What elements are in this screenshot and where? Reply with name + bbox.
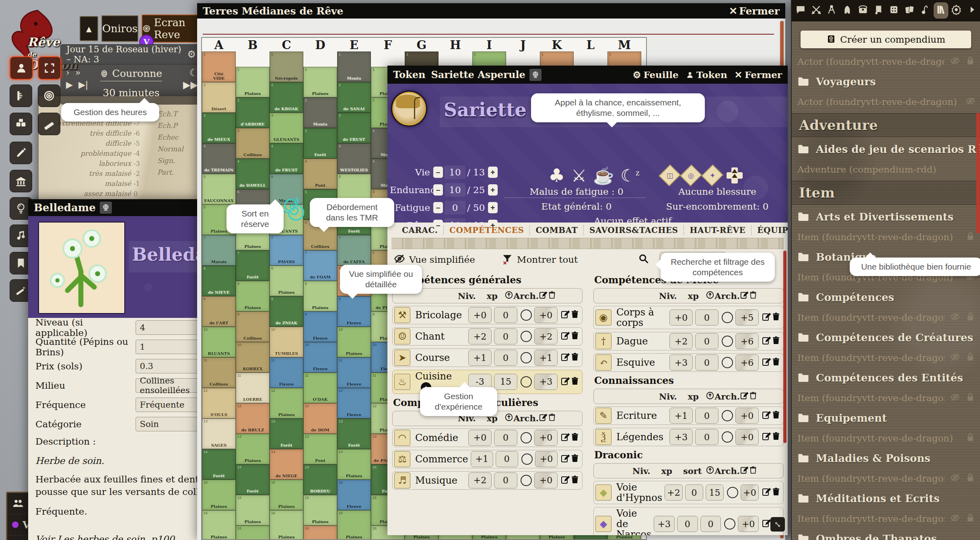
skill-niv[interactable]: +1: [669, 408, 693, 424]
tmr-cell[interactable]: 12S'OULS: [202, 388, 236, 418]
tmr-cell[interactable]: 3de MIEUX: [202, 113, 236, 143]
stat-max[interactable]: 13: [470, 167, 488, 177]
tmr-cell[interactable]: 1Plaines: [236, 67, 270, 97]
tmr-cell[interactable]: 11Collines: [202, 357, 236, 388]
field-input[interactable]: 1: [136, 340, 200, 354]
tmr-cell[interactable]: 8Plaines: [236, 281, 270, 311]
sidebar-tab-combat[interactable]: [809, 3, 823, 18]
edit-icon[interactable]: [762, 312, 771, 323]
encaissement-icon[interactable]: ⚔: [571, 166, 587, 185]
stat-max[interactable]: 50: [470, 202, 488, 213]
skill-arch[interactable]: +0: [534, 472, 558, 488]
edit-icon[interactable]: [539, 413, 548, 424]
skill-row[interactable]: ⚖Commerce+10+0: [392, 450, 583, 468]
skill-radio[interactable]: [722, 431, 733, 443]
tmr-cell[interactable]: 10BLUANTS: [202, 327, 236, 357]
tmr-cell[interactable]: 2de KROAK: [270, 82, 303, 113]
tmr-cell[interactable]: 4de FRUST: [270, 143, 303, 174]
tmr-cell[interactable]: 11O'DAK: [303, 373, 337, 403]
tmr-cell[interactable]: 15Plaines: [236, 495, 270, 526]
tmr-cell[interactable]: 4Pont: [303, 159, 337, 189]
compendium-entry[interactable]: Adventure (compendium-rdd): [792, 159, 980, 179]
sidebar-tab-items[interactable]: [856, 3, 870, 18]
tmr-cell[interactable]: 4de TREMAIN: [202, 143, 236, 174]
tmr-cell[interactable]: 11Fleuve: [337, 357, 371, 388]
trash-icon[interactable]: [570, 475, 580, 486]
tmr-cell[interactable]: 3de FRUST: [337, 113, 371, 143]
time-step-buttons[interactable]: › »▶ ▶|: [66, 67, 88, 91]
sheet-config-button[interactable]: ⚙Feuille: [633, 69, 679, 80]
skill-xp[interactable]: 0: [695, 309, 719, 326]
tab-savoirs&taches[interactable]: SAVOIRS&TACHES: [584, 225, 684, 235]
filter-icon[interactable]: [502, 253, 513, 266]
tmr-cell[interactable]: 9de l'ART: [202, 296, 236, 327]
trash-icon[interactable]: [749, 391, 758, 402]
skill-arch[interactable]: +0: [535, 451, 558, 467]
archive-icon[interactable]: [706, 291, 714, 301]
sidebar-tab-chat[interactable]: [794, 3, 807, 18]
sheet-token-button[interactable]: Token: [686, 69, 727, 80]
skill-xp[interactable]: 0: [494, 472, 517, 488]
tmr-cell[interactable]: 7Marais: [202, 235, 236, 266]
montrer-tout-toggle[interactable]: Montrer tout: [517, 254, 578, 265]
skill-row[interactable]: ◆Voie d'Hypnos+2015+0: [593, 481, 784, 504]
tmr-cell[interactable]: 7de FOAM: [303, 250, 337, 281]
tmr-cell[interactable]: 12de DOM: [303, 403, 337, 434]
trash-icon[interactable]: [771, 336, 781, 347]
tmr-cell[interactable]: 15Plaines: [270, 480, 303, 510]
compendium-entry[interactable]: Item (foundryvtt-reve-de-dragon): [792, 509, 980, 528]
tmr-cell[interactable]: 3Forêt: [303, 128, 337, 159]
eye-slash-icon[interactable]: [960, 96, 975, 107]
compendium-entry[interactable]: Actor (foundryvtt-reve-de-dragon): [792, 52, 980, 71]
edit-icon[interactable]: [762, 431, 771, 443]
tab--quipement[interactable]: ÉQUIPEMENT: [751, 225, 788, 235]
trash-icon[interactable]: [771, 410, 781, 421]
skill-row[interactable]: ➤Course+10+1: [392, 348, 583, 367]
tmr-cell[interactable]: 11Fleuve: [270, 357, 303, 388]
skill-arch[interactable]: +0: [534, 430, 558, 446]
tmr-cell[interactable]: 4WESTOLIES: [337, 143, 371, 174]
skill-niv[interactable]: +3: [654, 516, 675, 532]
skill-xp[interactable]: 0: [695, 429, 719, 445]
trash-icon[interactable]: [548, 291, 556, 301]
compendium-entry[interactable]: Item (foundryvtt-reve-de-dragon): [792, 388, 980, 408]
edit-icon[interactable]: [560, 376, 570, 387]
tab-comp-tences[interactable]: COMPÉTENCES: [444, 225, 530, 235]
skill-niv[interactable]: +0: [468, 430, 492, 446]
trash-icon[interactable]: [548, 413, 556, 424]
tmr-cell[interactable]: 14Plaines: [337, 449, 371, 480]
tmr-cell[interactable]: 2de SANAI: [337, 82, 371, 113]
trash-icon[interactable]: [749, 466, 758, 476]
sidebar-tab-tables[interactable]: [887, 3, 901, 18]
belledame-item-window[interactable]: Belledame Belledame Niveau (si applicabl…: [28, 199, 200, 540]
field-input[interactable]: 4: [136, 320, 200, 335]
tmr-cell[interactable]: 11LOERRE: [236, 373, 270, 403]
tmr-cell[interactable]: 12de BRULZ: [236, 403, 270, 434]
edit-icon[interactable]: [560, 475, 570, 486]
eye-slash-icon[interactable]: [945, 473, 960, 484]
edit-icon[interactable]: [560, 352, 570, 363]
compendium-folder[interactable]: Compétences de Créatures: [792, 327, 980, 348]
skill-row[interactable]: ☺Chant+20+2: [392, 327, 583, 346]
tmr-badge-1[interactable]: ◫: [659, 165, 681, 187]
tmr-cell[interactable]: 1Plaines: [303, 67, 337, 97]
skill-arch[interactable]: +0: [534, 307, 558, 323]
skill-radio[interactable]: [727, 487, 738, 498]
compendium-folder[interactable]: Arts et Divertissements: [792, 206, 980, 227]
person-tool[interactable]: [10, 56, 33, 80]
edit-icon[interactable]: [762, 487, 771, 498]
sidebar-tab-journal[interactable]: [872, 3, 885, 18]
dice-tool[interactable]: [10, 113, 32, 135]
tmr-cell[interactable]: 13Plaines: [236, 434, 270, 464]
tmr-cell[interactable]: 14Forêt: [202, 449, 236, 480]
skill-row[interactable]: ↶Esquive+30+6: [593, 353, 784, 372]
trash-icon[interactable]: [570, 453, 580, 465]
stat-minus-button[interactable]: –: [433, 202, 443, 213]
tmr-cell[interactable]: 9Fleuve: [303, 311, 337, 342]
skill-radio[interactable]: [521, 331, 532, 342]
tmr-cell[interactable]: 9Collines: [236, 311, 270, 342]
compendium-folder[interactable]: Voyageurs: [792, 71, 980, 92]
lock-icon[interactable]: [960, 312, 975, 323]
compendium-folder[interactable]: Compétences: [792, 287, 980, 307]
lock-icon[interactable]: [960, 352, 975, 363]
